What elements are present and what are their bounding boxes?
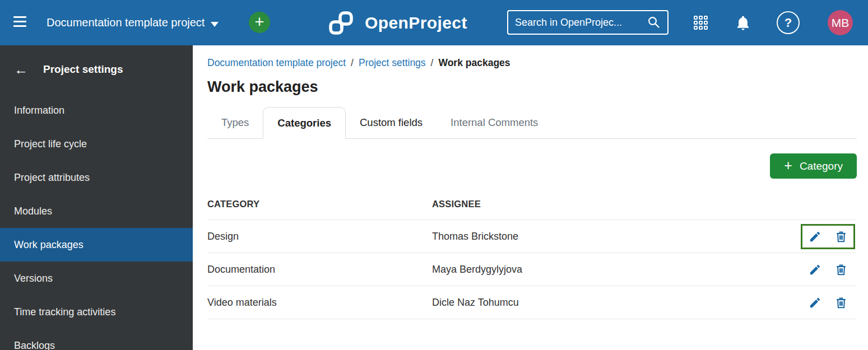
plus-icon: + (255, 12, 264, 31)
sidebar-item-project-life-cycle[interactable]: Project life cycle (0, 127, 193, 161)
sidebar-title: Project settings (43, 63, 123, 76)
assignee-cell: Dicle Naz Tohumcu (432, 286, 790, 319)
sidebar-item-information[interactable]: Information (0, 94, 193, 127)
tab-bar: Types Categories Custom fields Internal … (207, 107, 857, 139)
sidebar-item-time-tracking-activities[interactable]: Time tracking activities (0, 295, 193, 329)
delete-trash-icon[interactable] (835, 230, 847, 243)
category-cell: Video materials (207, 286, 432, 319)
sidebar-header: ← Project settings (0, 45, 193, 94)
category-cell: Documentation (207, 253, 432, 286)
quick-add-button[interactable]: + (249, 12, 270, 33)
table-header-row: CATEGORY ASSIGNEE (207, 199, 857, 220)
breadcrumb-separator: / (431, 57, 434, 69)
search-icon[interactable] (647, 16, 661, 29)
breadcrumb-current: Work packages (438, 57, 510, 69)
project-selector-label: Documentation template project (47, 16, 205, 29)
add-category-label: Category (800, 160, 843, 172)
sidebar-item-modules[interactable]: Modules (0, 194, 193, 228)
modules-grid-icon[interactable] (694, 16, 708, 30)
tab-internal-comments[interactable]: Internal Comments (437, 107, 552, 138)
table-row: Documentation Maya Berdygylyjova (207, 253, 857, 286)
delete-trash-icon[interactable] (835, 263, 847, 276)
back-arrow-icon[interactable]: ← (14, 63, 28, 77)
assignee-cell: Maya Berdygylyjova (432, 253, 790, 286)
plus-icon: + (784, 157, 792, 174)
notifications-bell-icon[interactable] (735, 14, 751, 34)
global-search-box (507, 10, 669, 35)
table-row: Video materials Dicle Naz Tohumcu (207, 286, 857, 319)
openproject-logo-text: OpenProject (365, 13, 467, 32)
assignee-cell: Thomas Brickstone (432, 220, 790, 253)
actions-cell (790, 220, 857, 253)
page-title: Work packages (207, 78, 857, 96)
sidebar-nav: Information Project life cycle Project a… (0, 94, 193, 350)
sidebar-item-work-packages[interactable]: Work packages (0, 228, 193, 262)
add-category-button[interactable]: + Category (770, 153, 857, 179)
help-icon[interactable]: ? (777, 11, 800, 34)
avatar-initials: MB (832, 16, 850, 30)
highlight-box (801, 224, 855, 249)
project-selector[interactable]: Documentation template project (47, 0, 219, 45)
tab-categories[interactable]: Categories (263, 107, 346, 139)
breadcrumb-link-project-settings[interactable]: Project settings (359, 57, 426, 69)
table-row: Design Thomas Brickstone (207, 220, 857, 253)
categories-table: CATEGORY ASSIGNEE Design Thomas Bricksto… (207, 199, 857, 319)
toolbar: + Category (207, 153, 857, 179)
edit-pencil-icon[interactable] (809, 263, 821, 276)
category-cell: Design (207, 220, 432, 253)
main-content: Documentation template project / Project… (193, 45, 868, 350)
openproject-logo[interactable]: OpenProject (328, 0, 467, 45)
delete-trash-icon[interactable] (835, 296, 847, 309)
breadcrumb-link-project[interactable]: Documentation template project (207, 57, 346, 69)
tab-types[interactable]: Types (207, 107, 263, 138)
openproject-logo-icon (328, 11, 358, 35)
actions-cell (790, 286, 857, 319)
sidebar-item-project-attributes[interactable]: Project attributes (0, 161, 193, 194)
sidebar-item-backlogs[interactable]: Backlogs (0, 329, 193, 350)
breadcrumb: Documentation template project / Project… (207, 57, 857, 69)
edit-pencil-icon[interactable] (809, 230, 821, 243)
sidebar: ← Project settings Information Project l… (0, 45, 193, 350)
app-window: Documentation template project + OpenPro… (0, 0, 868, 350)
sidebar-item-versions[interactable]: Versions (0, 262, 193, 295)
actions-cell (790, 253, 857, 286)
chevron-down-icon (211, 22, 219, 27)
top-header-bar: Documentation template project + OpenPro… (0, 0, 868, 45)
hamburger-menu-icon[interactable] (13, 16, 26, 27)
column-header-actions (790, 199, 857, 220)
avatar[interactable]: MB (828, 10, 853, 35)
tab-custom-fields[interactable]: Custom fields (346, 107, 437, 138)
edit-pencil-icon[interactable] (809, 296, 821, 309)
search-input[interactable] (515, 17, 647, 29)
column-header-category: CATEGORY (207, 199, 432, 220)
breadcrumb-separator: / (351, 57, 354, 69)
column-header-assignee: ASSIGNEE (432, 199, 790, 220)
